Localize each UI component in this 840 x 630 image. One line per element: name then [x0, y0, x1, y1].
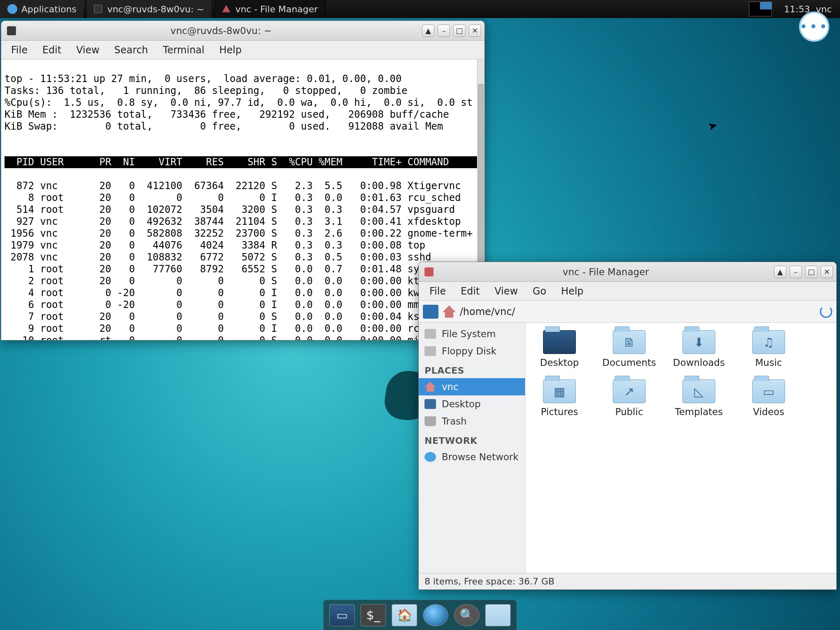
taskbar-fm-label: vnc - File Manager — [235, 4, 318, 14]
fm-title: vnc - File Manager — [438, 267, 774, 277]
taskbar-filemanager[interactable]: vnc - File Manager — [215, 0, 326, 18]
bottom-dock: ▭ $_ 🏠 🔍 — [323, 600, 517, 630]
terminal-menu-view[interactable]: View — [70, 42, 106, 58]
home-folder-icon — [425, 382, 436, 392]
mouse-cursor-icon: ➤ — [706, 118, 719, 134]
folder-label: Videos — [753, 406, 784, 417]
top-panel: Applications vnc@ruvds-8w0vu: ~ vnc - Fi… — [0, 0, 840, 18]
fm-statusbar: 8 items, Free space: 36.7 GB — [419, 573, 836, 589]
folder-label: Pictures — [541, 406, 578, 417]
folder-music[interactable]: ♫Music — [742, 330, 795, 368]
sidebar-item-home[interactable]: vnc — [419, 378, 525, 395]
fm-pathbar: /home/vnc/ — [419, 301, 836, 323]
fm-close-button[interactable]: ✕ — [821, 266, 833, 278]
sidebar-item-floppy[interactable]: Floppy Disk — [419, 342, 525, 360]
trash-icon — [425, 416, 436, 426]
folder-desktop[interactable]: Desktop — [533, 330, 586, 368]
sidebar-places-header: PLACES — [419, 360, 525, 378]
terminal-icon — [94, 5, 102, 13]
home-icon — [222, 5, 231, 13]
dock-file-manager[interactable]: 🏠 — [392, 604, 417, 626]
terminal-output[interactable]: top - 11:53:21 up 27 min, 0 users, load … — [1, 59, 484, 340]
desktop-icon — [425, 399, 436, 409]
terminal-menu-help[interactable]: Help — [213, 42, 249, 58]
drive-icon — [425, 329, 436, 339]
fm-menu-go[interactable]: Go — [525, 283, 554, 299]
folder-templates[interactable]: ◺Templates — [672, 379, 726, 417]
window-close-button[interactable]: ✕ — [469, 25, 481, 37]
folder-label: Templates — [675, 406, 723, 417]
terminal-window: vnc@ruvds-8w0vu: ~ ▲ – □ ✕ FileEditViewS… — [1, 21, 485, 340]
floppy-icon — [425, 346, 436, 356]
fm-path-text[interactable]: /home/vnc/ — [460, 306, 816, 317]
sidebar-item-browse-network[interactable]: Browse Network — [419, 448, 525, 466]
dock-terminal[interactable]: $_ — [361, 604, 386, 626]
folder-label: Downloads — [673, 357, 725, 368]
dock-show-desktop[interactable]: ▭ — [329, 604, 355, 626]
dock-app-finder[interactable]: 🔍 — [454, 604, 479, 626]
fm-menu-view[interactable]: View — [487, 283, 525, 299]
sidebar-item-filesystem[interactable]: File System — [419, 325, 525, 342]
fm-menubar: FileEditViewGoHelp — [419, 282, 836, 301]
terminal-menu-terminal[interactable]: Terminal — [156, 42, 211, 58]
folder-label: Documents — [602, 357, 656, 368]
terminal-app-icon — [7, 26, 16, 35]
ellipsis-bubble[interactable]: ••• — [799, 11, 829, 42]
folder-label: Public — [615, 406, 643, 417]
sidebar-item-trash[interactable]: Trash — [419, 413, 525, 430]
fm-path-home-icon[interactable] — [443, 306, 456, 318]
folder-public[interactable]: ↗Public — [603, 379, 656, 417]
workspace-pager[interactable] — [749, 2, 772, 16]
folder-label: Music — [755, 357, 782, 368]
folder-downloads[interactable]: ⬇Downloads — [672, 330, 726, 368]
taskbar-terminal-label: vnc@ruvds-8w0vu: ~ — [107, 4, 204, 14]
dock-web-browser[interactable] — [423, 604, 448, 626]
dock-home-folder[interactable] — [485, 604, 511, 626]
terminal-menu-file[interactable]: File — [5, 42, 34, 58]
folder-label: Desktop — [540, 357, 579, 368]
file-manager-window: vnc - File Manager ▲ – □ ✕ FileEditViewG… — [418, 262, 837, 590]
window-keep-above-button[interactable]: ▲ — [422, 25, 434, 37]
fm-menu-help[interactable]: Help — [554, 283, 591, 299]
fm-sidebar: File System Floppy Disk PLACES vnc Deskt… — [419, 323, 525, 573]
window-minimize-button[interactable]: – — [438, 25, 450, 37]
terminal-titlebar[interactable]: vnc@ruvds-8w0vu: ~ ▲ – □ ✕ — [1, 21, 484, 41]
fm-icon-view[interactable]: Desktop🗎Documents⬇Downloads♫Music▦Pictur… — [525, 323, 836, 573]
reload-icon[interactable] — [820, 306, 832, 318]
applications-menu[interactable]: Applications — [0, 0, 84, 18]
sidebar-network-header: NETWORK — [419, 430, 525, 448]
window-maximize-button[interactable]: □ — [453, 25, 466, 37]
terminal-menu-search[interactable]: Search — [108, 42, 155, 58]
fm-app-icon — [425, 267, 434, 276]
sidebar-item-desktop[interactable]: Desktop — [419, 395, 525, 413]
fm-menu-file[interactable]: File — [422, 283, 453, 299]
applications-label: Applications — [21, 4, 76, 14]
fm-keep-above-button[interactable]: ▲ — [774, 266, 786, 278]
taskbar-terminal[interactable]: vnc@ruvds-8w0vu: ~ — [86, 0, 212, 18]
terminal-menubar: FileEditViewSearchTerminalHelp — [1, 41, 484, 59]
fm-maximize-button[interactable]: □ — [805, 266, 817, 278]
fm-minimize-button[interactable]: – — [790, 266, 802, 278]
fm-menu-edit[interactable]: Edit — [453, 283, 487, 299]
terminal-title: vnc@ruvds-8w0vu: ~ — [20, 25, 422, 36]
terminal-menu-edit[interactable]: Edit — [36, 42, 68, 58]
xfce-logo-icon — [7, 4, 17, 14]
folder-videos[interactable]: ▭Videos — [742, 379, 795, 417]
fm-path-folder-icon[interactable] — [423, 305, 438, 319]
folder-documents[interactable]: 🗎Documents — [603, 330, 656, 368]
folder-pictures[interactable]: ▦Pictures — [533, 379, 586, 417]
fm-titlebar[interactable]: vnc - File Manager ▲ – □ ✕ — [419, 262, 836, 282]
network-icon — [425, 452, 436, 462]
